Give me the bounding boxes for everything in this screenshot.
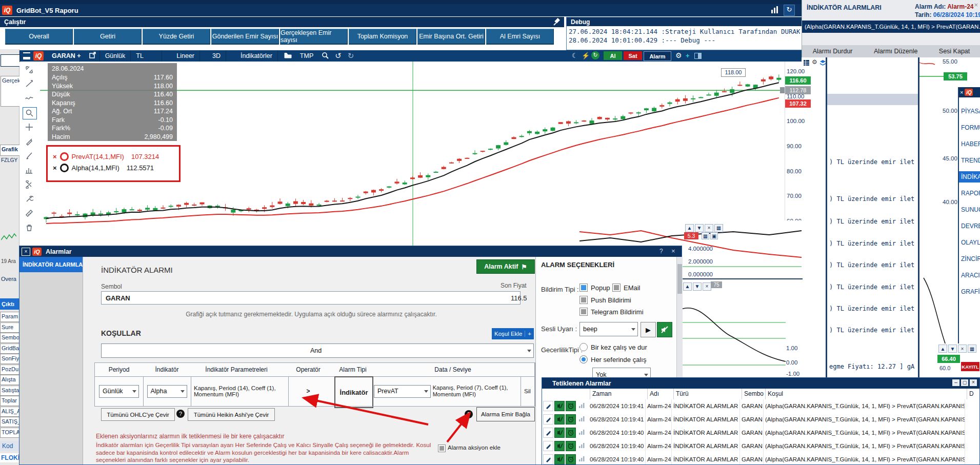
triggered-close-icon[interactable]: × [970,379,977,386]
bars-icon[interactable] [23,165,36,176]
triggered-row[interactable]: 06/28/2024 10:19:41Alarm-24İNDİKATÖR ALA… [542,399,979,413]
snooze-icon[interactable] [566,441,576,451]
crosshair-icon[interactable] [23,122,36,133]
pane-close-icon[interactable]: × [705,224,713,232]
mute-icon[interactable] [554,428,565,438]
rail-item[interactable]: ALIŞ_A [0,407,20,417]
rail-item[interactable]: GridBa [0,343,20,354]
rail-item[interactable]: TOPLA [0,428,20,438]
alarm-titlebar[interactable]: × iQ Alarmlar ? × [19,246,682,257]
edit-icon[interactable] [543,454,553,464]
chart-bars-icon[interactable] [770,6,779,14]
remove-icon[interactable]: × [53,153,57,160]
tab-indikator-alarmlari[interactable]: İNDİKATÖR ALARMLARI [19,257,83,272]
edit-icon[interactable] [543,428,553,438]
wave-icon[interactable] [23,93,36,104]
pin-icon[interactable] [553,18,561,28]
dock-item-devre[interactable]: DEVRE [959,220,980,232]
currency-selector[interactable]: TL [131,50,162,62]
alarm-active-button[interactable]: Alarm Aktif⚑ [476,259,535,274]
indicator-combo[interactable]: Alpha [147,385,187,398]
chart-icon[interactable] [577,441,586,450]
report-button[interactable]: Overall [5,29,73,45]
report-button[interactable]: Toplam Komisyon [349,29,416,45]
pane1-mini-icon[interactable]: ▦ [702,232,709,239]
convert-ohlc-button[interactable]: Tümünü OHLC'ye Çevir [101,408,175,421]
rail-item[interactable]: SATIŞ_ [0,417,20,427]
pane-up-icon[interactable]: ▲ [685,224,694,232]
order-list-item[interactable]: ) TL üzerinde emir ilet [829,261,914,269]
order-list-item[interactable]: ) TL üzerinde emir ilet [829,240,914,247]
rail-gerceklesen-tab[interactable]: Gerçekle [1,76,20,107]
report-button[interactable]: Gönderilen Emir Sayısı [211,29,279,45]
dock-close-icon[interactable]: × [960,89,963,95]
action-checkbox[interactable] [438,444,446,452]
notify-checkbox[interactable] [579,284,588,292]
snooze-icon[interactable] [566,401,576,411]
period-selector[interactable]: Günlük [99,50,131,62]
ohlc-help-icon[interactable]: ? [176,410,185,418]
pane2-down-icon[interactable]: ▼ [693,282,702,291]
pane-down-icon[interactable]: ▼ [695,224,704,232]
triggered-row[interactable]: 06/28/2024 10:19:41Alarm-24İNDİKATÖR ALA… [542,413,979,427]
dock-item-formu[interactable]: FORMU [959,122,980,133]
edit-icon[interactable] [543,414,553,424]
mute-icon[interactable] [554,454,565,464]
template-button[interactable]: TMP [295,50,318,62]
alarm-button[interactable]: Alarm [644,51,671,61]
order-list-item[interactable]: ) TL üzerinde emir ilet [829,284,914,291]
dock-item-trend[interactable]: TREND [959,155,980,166]
snooze-icon[interactable] [566,454,576,464]
period-combo[interactable]: Günlük [99,385,139,398]
toggle-icon[interactable] [60,152,69,161]
magnifier-icon[interactable] [318,52,332,60]
sound-combo[interactable]: beep [579,322,638,336]
mute-icon[interactable] [554,401,565,411]
data-indicator-combo[interactable]: PrevAT [374,385,431,398]
trend-line-icon[interactable] [23,78,36,90]
gear-icon[interactable]: ⚙ [675,51,682,59]
rail-item[interactable]: Toplar [0,396,20,406]
order-list-item[interactable]: ) TL üzerinde emir ilet [829,327,914,334]
scale-selector[interactable]: Lineer [171,50,200,62]
dock-titlebar[interactable]: × iQ [959,87,980,97]
corner-close-icon[interactable]: × [958,345,967,353]
edit-icon[interactable] [543,441,553,451]
grid-icon[interactable] [803,59,810,68]
report-button[interactable]: Al Emri Sayısı [486,29,554,45]
moon-icon[interactable]: ☾ [572,52,578,59]
order-list-item[interactable]: ) TL üzerinde emir ilet [829,218,914,225]
delete-row-button[interactable]: Sil [524,388,531,394]
sync-icon[interactable]: ↻ [591,51,599,59]
panel-split-icon[interactable] [694,53,702,59]
report-button[interactable]: Getiri [74,29,142,45]
scissors-icon[interactable] [23,179,36,190]
chart-icon[interactable] [577,401,586,410]
chart-icon[interactable] [577,414,586,423]
edit-icon[interactable] [543,401,553,411]
bind-order-help-icon[interactable]: ? [465,410,473,418]
dock-item-i̇ndi̇ka[interactable]: İNDİKA [959,171,980,183]
chart-icon[interactable] [577,454,586,463]
rail-kod-tab[interactable]: Kod [0,441,21,451]
sub-pane-2[interactable] [678,278,803,379]
dock-item-araci[interactable]: ARACI [959,270,980,281]
notify-checkbox[interactable] [579,308,588,316]
popup-button[interactable]: Sesi Kapat [939,48,970,55]
view-3d-button[interactable]: 3D [207,50,226,62]
mute-icon[interactable] [554,414,565,424]
settings-gear-icon[interactable]: ⚙ [812,59,817,68]
report-button[interactable]: Emir Başına Ort. Getiri [417,29,485,45]
rail-item[interactable]: Param [0,312,20,322]
snooze-icon[interactable] [566,428,576,438]
corner-kayitli-button[interactable]: KAYITL [961,362,979,371]
order-list-item[interactable]: ) TL üzerinde emir ilet [829,158,914,166]
mute-icon[interactable] [554,441,565,451]
report-button[interactable]: Yüzde Getiri [143,29,210,45]
popup-button[interactable]: Alarmı Durdur [813,48,853,55]
ruler-icon[interactable] [23,208,36,219]
rail-floki-tab[interactable]: FLOKİ [0,453,20,462]
rail-item[interactable]: Sembo [0,333,20,343]
convert-heikin-button[interactable]: Tümünü Heikin Ashi'ye Çevir [188,408,275,421]
rail-fzlgy-label[interactable]: FZLGY [1,157,17,163]
